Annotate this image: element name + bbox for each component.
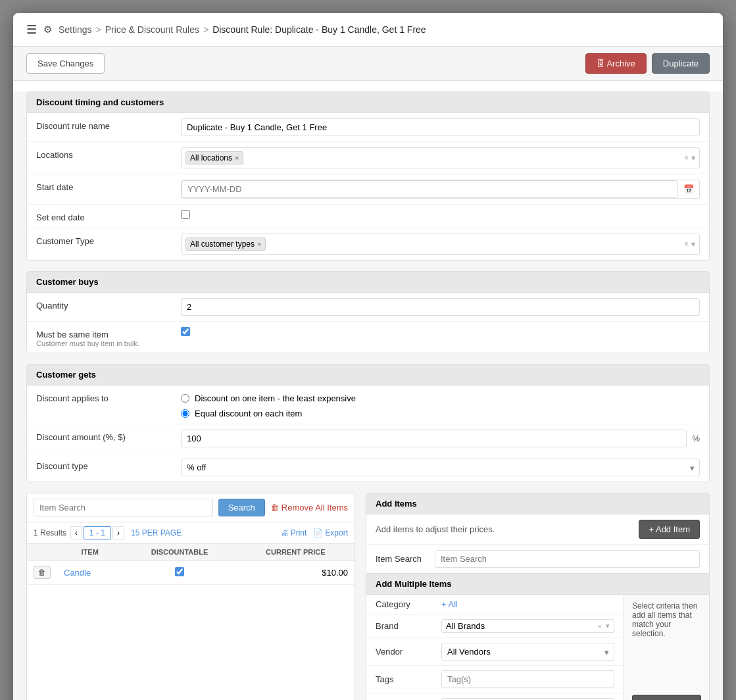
start-date-row: Start date 📅 [27,174,709,205]
item-search-input[interactable] [34,499,213,516]
same-item-checkbox[interactable] [181,327,190,336]
archive-button[interactable]: 🗄 Archive [585,53,647,74]
category-label: Category [376,599,435,609]
toolbar: Save Changes 🗄 Archive Duplicate [13,47,723,81]
duplicate-button[interactable]: Duplicate [652,53,710,74]
gear-icon: ⚙ [43,24,52,36]
bottom-section: Search 🗑 Remove All Items 1 Results ‹ 1 … [26,493,710,700]
current-page: 1 - 1 [84,526,111,539]
tags-label: Tags [376,674,435,684]
brand-value: All Brands × ▾ [441,619,614,633]
brand-row: Brand All Brands × ▾ [366,614,624,638]
add-multiple-header: Add Multiple Items [366,574,709,595]
pagination-bar: 1 Results ‹ 1 - 1 › 15 PER PAGE 🖨 Print [27,522,355,544]
col-price-header: CURRENT PRICE [237,544,355,561]
brand-label: Brand [376,621,435,631]
locations-tag-wrapper[interactable]: All locations × × ▾ [181,147,700,168]
add-items-description-text: Add items to adjust their prices. [376,524,495,534]
add-items-header: Add Items [366,493,709,514]
brand-dropdown-icon[interactable]: ▾ [606,622,610,630]
locations-row: Locations All locations × × ▾ [27,142,709,174]
add-multiple-hint: Select criteria then add all items that … [624,595,709,700]
next-page-btn[interactable]: › [112,526,124,539]
radio-equal-discount[interactable]: Equal discount on each item [181,409,700,418]
tags-row: Tags [366,666,624,693]
add-all-items-button[interactable]: + Add All Items [632,695,701,700]
tag-dropdown-icon[interactable]: ▾ [691,153,695,162]
discount-amount-symbol: % [692,434,700,443]
customer-type-clear-icon[interactable]: × [684,239,689,249]
set-end-date-checkbox[interactable] [181,210,190,219]
add-multiple-fields: Category + All Brand All Brands × [366,595,624,700]
print-icon: 🖨 [281,528,289,538]
search-button[interactable]: Search [218,499,265,516]
print-link[interactable]: 🖨 Print [281,528,307,538]
radio-equal-discount-input[interactable] [181,409,189,418]
discount-amount-label: Discount amount (%, $) [36,430,181,442]
items-table-toolbar: Search 🗑 Remove All Items [27,493,355,522]
archive-icon: 🗄 [597,59,605,68]
customer-type-dropdown-icon[interactable]: ▾ [691,239,695,249]
discount-amount-row: Discount amount (%, $) % [27,424,709,453]
breadcrumb-rules[interactable]: Price & Discount Rules [105,24,199,35]
col-actions [27,544,57,561]
discount-applies-row: Discount applies to Discount on one item… [27,386,709,424]
same-item-label: Must be same item Customer must buy item… [36,327,181,347]
add-multiple-hint-text: Select criteria then add all items that … [632,601,701,638]
tags-input[interactable] [441,670,614,688]
vendor-select[interactable]: All Vendors [441,643,614,661]
breadcrumb: Settings > Price & Discount Rules > Disc… [59,24,426,35]
add-multiple-form: Category + All Brand All Brands × [366,595,709,700]
breadcrumb-settings[interactable]: Settings [59,24,92,35]
start-date-label: Start date [36,180,181,192]
radio-least-expensive-input[interactable] [181,394,189,403]
start-date-input[interactable] [182,180,678,198]
per-page-link[interactable]: 15 PER PAGE [131,528,182,538]
quantity-input[interactable] [181,298,700,316]
discount-applies-value: Discount on one item - the least expensi… [181,391,700,418]
rule-name-input[interactable] [181,118,700,136]
brand-clear-icon[interactable]: × [598,622,602,630]
remove-all-button[interactable]: 🗑 Remove All Items [270,503,348,512]
add-item-button[interactable]: + Add Item [639,520,700,539]
header: ☰ ⚙ Settings > Price & Discount Rules > … [13,13,723,47]
prev-page-btn[interactable]: ‹ [70,526,82,539]
all-customer-types-tag: All customer types × [185,238,266,251]
radio-least-expensive[interactable]: Discount on one item - the least expensi… [181,393,700,403]
customer-type-label: Customer Type [36,234,181,246]
discount-applies-label: Discount applies to [36,391,181,403]
table-row: 🗑 Candle $10.00 [27,561,355,585]
customer-type-tag-wrapper[interactable]: All customer types × × ▾ [181,234,700,255]
customer-gets-header: Customer gets [27,364,709,386]
item-name: Candle [57,561,122,585]
discount-type-select-wrapper: % off [181,459,700,476]
customer-type-tag-remove[interactable]: × [257,240,261,248]
breadcrumb-sep2: > [203,24,209,35]
discount-amount-input[interactable] [181,430,687,447]
all-locations-tag: All locations × [185,151,243,164]
customer-buys-section: Customer buys Quantity Must be same item… [26,271,710,353]
category-link[interactable]: + All [441,599,614,609]
rule-name-label: Discount rule name [36,118,181,131]
discount-type-label: Discount type [36,459,181,471]
delete-item-button[interactable]: 🗑 [34,566,51,579]
add-items-search-input[interactable] [435,550,700,568]
customer-type-tag-text: All customer types [190,239,255,249]
discount-amount-row-inner: % [181,430,700,447]
rule-name-row: Discount rule name [27,113,709,142]
discount-type-select[interactable]: % off [181,459,700,476]
calendar-icon[interactable]: 📅 [678,181,699,197]
archive-label: Archive [606,59,635,68]
vendor-row: Vendor All Vendors [366,638,624,666]
item-price: $10.00 [237,561,355,585]
tag-clear-icon[interactable]: × [684,153,689,162]
locations-tag-remove[interactable]: × [235,154,239,162]
brand-row-inner: All Brands × ▾ [441,619,614,633]
hamburger-icon[interactable]: ☰ [26,22,37,37]
export-label: Export [325,528,348,538]
trash-icon: 🗑 [270,503,279,512]
export-link[interactable]: 📄 Export [313,528,348,538]
item-discountable-checkbox[interactable] [175,567,184,576]
add-items-section: Add Items Add items to adjust their pric… [366,493,710,700]
save-changes-button[interactable]: Save Changes [26,53,105,74]
